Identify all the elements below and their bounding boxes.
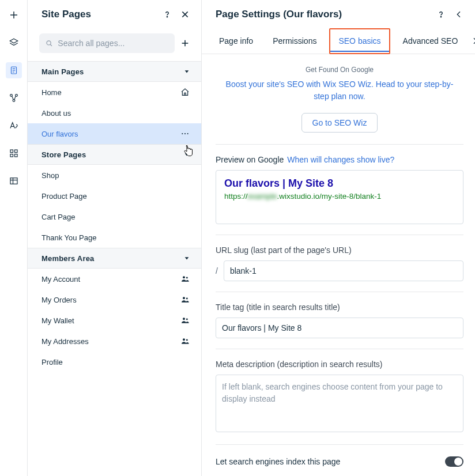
chevron-down-icon	[184, 67, 190, 76]
svg-point-18	[167, 17, 167, 17]
page-item-label: Cart Page	[42, 213, 76, 221]
svg-rect-11	[10, 150, 13, 153]
page-item-label: Shop	[42, 171, 59, 180]
serp-title: Our flavors | My Site 8	[224, 177, 455, 190]
svg-marker-2	[10, 39, 18, 43]
google-preview-box: Our flavors | My Site 8 https://example.…	[216, 170, 463, 224]
page-item[interactable]: Product Page	[28, 186, 201, 206]
svg-rect-15	[10, 178, 17, 184]
slash-prefix: /	[216, 266, 218, 275]
tab-advanced-seo[interactable]: Advanced SEO	[396, 28, 465, 54]
rail-layers[interactable]	[6, 35, 22, 51]
add-page-icon[interactable]	[180, 39, 190, 48]
page-item-label: Home	[42, 88, 62, 97]
svg-point-35	[186, 298, 188, 300]
svg-point-40	[440, 16, 441, 17]
svg-rect-26	[184, 93, 186, 95]
svg-point-21	[47, 41, 51, 45]
page-item[interactable]: My Addresses	[28, 331, 201, 352]
page-section-header[interactable]: Store Pages	[28, 144, 201, 165]
editor-icon-rail	[0, 0, 28, 476]
url-slug-label: URL slug (last part of the page's URL)	[216, 245, 463, 255]
page-item-label: Thank You Page	[42, 233, 96, 242]
page-item[interactable]: My Account	[28, 269, 201, 289]
page-item[interactable]: My Orders	[28, 289, 201, 310]
page-item[interactable]: Shop	[28, 165, 201, 186]
settings-tabs: Page infoPermissionsSEO basicsAdvanced S…	[202, 28, 475, 54]
site-pages-title: Site Pages	[42, 9, 91, 20]
search-icon	[45, 39, 53, 48]
page-section-header[interactable]: Main Pages	[28, 61, 201, 82]
svg-rect-13	[10, 154, 13, 157]
page-settings-title: Page Settings (Our flavors)	[216, 9, 342, 20]
rail-apps[interactable]	[6, 145, 22, 161]
page-item[interactable]: About us	[28, 103, 201, 123]
svg-point-28	[184, 133, 186, 134]
svg-point-38	[183, 338, 185, 341]
svg-point-33	[186, 277, 188, 279]
rail-pages[interactable]	[6, 62, 22, 78]
url-slug-input[interactable]	[224, 260, 463, 281]
chevron-down-icon	[184, 150, 190, 159]
seo-promo-body: Boost your site's SEO with Wix SEO Wiz. …	[216, 78, 463, 103]
page-item[interactable]: Profile	[28, 352, 201, 372]
svg-point-27	[182, 133, 183, 134]
page-item-label: Product Page	[42, 192, 87, 201]
page-item-label: My Orders	[42, 296, 77, 304]
page-item-label: Our flavors	[42, 130, 78, 138]
tab-page-info[interactable]: Page info	[212, 28, 260, 54]
page-item-label: My Account	[42, 275, 80, 284]
search-pages-input[interactable]	[58, 39, 169, 48]
svg-point-37	[186, 319, 188, 320]
svg-point-39	[186, 339, 188, 341]
page-item[interactable]: Our flavors	[28, 123, 201, 144]
svg-marker-31	[185, 257, 189, 259]
help-icon[interactable]	[162, 9, 172, 20]
svg-marker-30	[185, 153, 189, 156]
page-item[interactable]: Home	[28, 82, 201, 103]
help-icon[interactable]	[436, 9, 446, 20]
members-icon	[180, 295, 190, 304]
svg-line-22	[50, 44, 52, 46]
page-item-label: Profile	[42, 358, 63, 367]
members-icon	[180, 337, 190, 346]
svg-point-36	[183, 318, 185, 320]
page-item[interactable]: Cart Page	[28, 206, 201, 227]
seo-promo-heading: Get Found On Google	[216, 66, 463, 74]
svg-rect-12	[14, 150, 17, 153]
svg-marker-25	[185, 70, 189, 73]
rail-cms[interactable]	[6, 173, 22, 189]
seo-wiz-button[interactable]: Go to SEO Wiz	[301, 113, 378, 133]
svg-point-32	[183, 276, 185, 278]
tab-seo-basics[interactable]: SEO basics	[329, 28, 390, 54]
page-item[interactable]: My Wallet	[28, 310, 201, 331]
tab-permissions[interactable]: Permissions	[266, 28, 323, 54]
search-pages-box[interactable]	[39, 33, 175, 53]
google-preview-label: Preview on Google	[216, 155, 284, 164]
index-page-label: Let search engines index this page	[216, 457, 340, 466]
page-item-label: My Addresses	[42, 337, 89, 346]
meta-desc-label: Meta description (description in search …	[216, 360, 463, 369]
close-icon[interactable]	[180, 10, 190, 19]
page-list: Main PagesHomeAbout usOur flavorsStore P…	[28, 61, 201, 476]
svg-point-34	[183, 297, 185, 299]
page-section-header[interactable]: Members Area	[28, 248, 201, 269]
chevron-left-icon[interactable]	[454, 10, 463, 19]
rail-connections[interactable]	[6, 90, 22, 106]
more-icon[interactable]	[180, 129, 190, 138]
svg-rect-14	[14, 154, 17, 157]
page-item-label: About us	[42, 109, 71, 118]
title-tag-input[interactable]	[216, 318, 463, 338]
svg-point-29	[187, 133, 189, 134]
index-page-toggle[interactable]	[445, 456, 463, 467]
chevron-right-icon[interactable]	[470, 36, 475, 46]
changes-live-link[interactable]: When will changes show live?	[287, 155, 394, 164]
rail-add[interactable]	[6, 7, 22, 23]
home-icon	[180, 88, 190, 97]
chevron-down-icon	[184, 254, 190, 263]
page-item[interactable]: Thank You Page	[28, 227, 201, 248]
page-item-label: My Wallet	[42, 316, 74, 325]
meta-desc-input[interactable]	[216, 375, 463, 432]
members-icon	[180, 274, 190, 284]
rail-typography[interactable]	[6, 118, 22, 134]
